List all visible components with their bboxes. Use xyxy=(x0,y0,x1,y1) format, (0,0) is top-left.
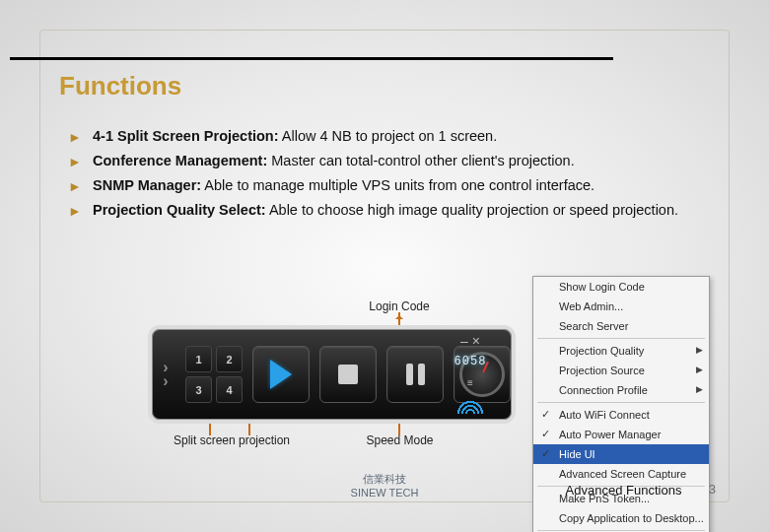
menu-item-web-admin[interactable]: Web Admin... xyxy=(533,297,709,316)
menu-item-hide-ui[interactable]: Hide UI xyxy=(533,444,709,464)
split-screen-grid[interactable]: 1 2 3 4 xyxy=(185,346,243,403)
bullet-item: ▸ 4-1 Split Screen Projection: Allow 4 N… xyxy=(71,126,710,148)
wifi-icon[interactable] xyxy=(457,396,483,414)
title-rule xyxy=(10,57,613,60)
bullet-item: ▸ Conference Management: Master can tota… xyxy=(71,151,710,172)
play-button[interactable] xyxy=(252,346,310,403)
close-icon[interactable]: × xyxy=(472,335,480,347)
split-cell-2[interactable]: 2 xyxy=(216,346,243,372)
expand-chevrons-icon[interactable]: ›› xyxy=(152,361,179,388)
menu-separator xyxy=(537,530,705,531)
bullet-bold: 4-1 Split Screen Projection: xyxy=(93,128,279,144)
bullet-bold: SNMP Manager: xyxy=(93,177,201,193)
menu-separator xyxy=(537,402,705,403)
bullet-arrow-icon: ▸ xyxy=(71,152,83,172)
callout-split-screen: Split screen projection xyxy=(158,433,306,447)
bullet-list: ▸ 4-1 Split Screen Projection: Allow 4 N… xyxy=(71,126,710,225)
company-cn: 信業科技 xyxy=(301,473,468,487)
bullet-rest: Master can total-control other client's … xyxy=(267,153,574,168)
login-code-display: 6058 xyxy=(454,355,487,368)
menu-item-projection-quality[interactable]: Projection Quality xyxy=(533,341,709,361)
play-icon xyxy=(270,360,292,389)
split-cell-3[interactable]: 3 xyxy=(185,376,212,403)
menu-item-search-server[interactable]: Search Server xyxy=(533,316,709,336)
menu-item-connection-profile[interactable]: Connection Profile xyxy=(533,380,709,400)
menu-item-auto-power[interactable]: Auto Power Manager xyxy=(533,425,709,444)
bullet-item: ▸ SNMP Manager: Able to manage multiple … xyxy=(71,175,710,197)
menu-item-auto-wifi[interactable]: Auto WiFi Connect xyxy=(533,405,709,425)
menu-item-copy-app[interactable]: Copy Application to Desktop... xyxy=(533,508,709,528)
bullet-rest: Able to manage multiple VPS units from o… xyxy=(201,177,594,193)
bullet-bold: Projection Quality Select: xyxy=(93,202,266,218)
advanced-functions-label: Advanced Functions xyxy=(537,483,710,498)
player-side-panel: – × 6058 ≡ xyxy=(451,329,490,420)
bullet-rest: Able to choose high image quality projec… xyxy=(266,202,678,218)
menu-item-show-login-code[interactable]: Show Login Code xyxy=(533,277,709,297)
stop-icon xyxy=(338,365,358,384)
minimize-icon[interactable]: – xyxy=(460,335,468,347)
menu-separator xyxy=(537,338,705,339)
menu-icon[interactable]: ≡ xyxy=(467,377,473,388)
stop-button[interactable] xyxy=(319,346,377,403)
menu-item-projection-source[interactable]: Projection Source xyxy=(533,361,709,380)
pause-icon xyxy=(406,364,425,385)
pause-button[interactable] xyxy=(386,346,444,403)
company-footer: 信業科技 SINEW TECH xyxy=(301,473,468,500)
bullet-rest: Allow 4 NB to project on 1 screen. xyxy=(279,128,498,144)
bullet-arrow-icon: ▸ xyxy=(71,201,83,222)
company-en: SINEW TECH xyxy=(301,487,468,500)
page-number: 3 xyxy=(709,482,716,497)
bullet-arrow-icon: ▸ xyxy=(71,176,83,197)
menu-item-adv-capture[interactable]: Advanced Screen Capture xyxy=(533,464,709,484)
split-cell-1[interactable]: 1 xyxy=(185,346,212,372)
bullet-bold: Conference Management: xyxy=(93,153,267,168)
player-bar: ›› 1 2 3 4 – × 6058 ≡ xyxy=(148,325,516,424)
split-cell-4[interactable]: 4 xyxy=(216,376,243,403)
callout-speed-mode: Speed Mode xyxy=(358,433,442,447)
bullet-item: ▸ Projection Quality Select: Able to cho… xyxy=(71,200,710,222)
bullet-arrow-icon: ▸ xyxy=(71,127,83,148)
slide-title: Functions xyxy=(59,71,181,101)
